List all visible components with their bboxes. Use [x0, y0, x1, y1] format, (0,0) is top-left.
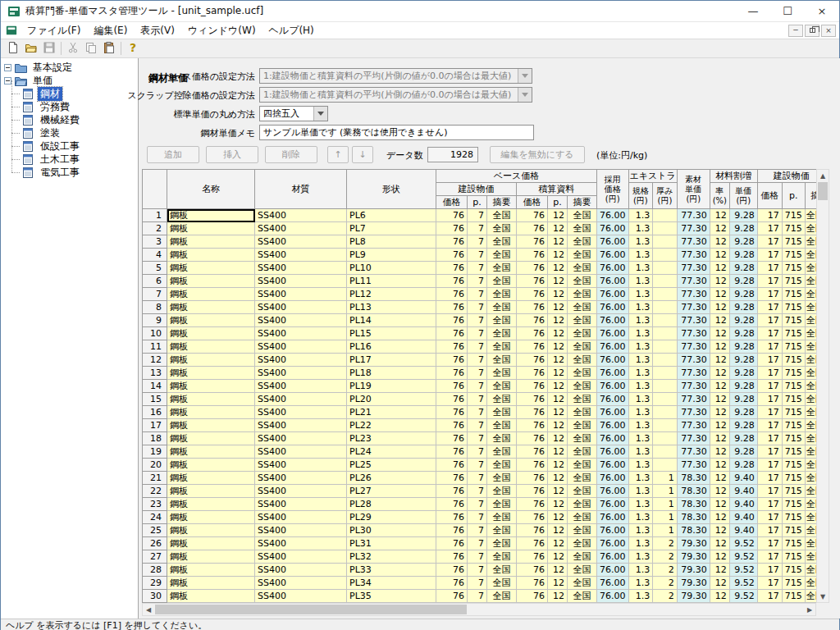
table-cell[interactable]: 12	[548, 327, 568, 340]
col-header-tekiyo-k[interactable]: 摘要	[487, 196, 517, 209]
table-cell[interactable]: 全国	[487, 340, 517, 354]
table-cell[interactable]: 鋼板	[167, 511, 255, 524]
table-cell[interactable]: 鋼板	[167, 380, 255, 393]
table-cell[interactable]: 鋼板	[167, 459, 255, 472]
table-cell[interactable]: 715	[782, 275, 805, 288]
row-header[interactable]: 19	[143, 445, 167, 459]
table-cell[interactable]: PL23	[347, 432, 436, 445]
table-cell[interactable]: 12	[710, 327, 729, 340]
new-file-button[interactable]	[4, 40, 22, 57]
table-cell[interactable]: 全国	[568, 262, 597, 275]
table-cell[interactable]: 鋼板	[167, 288, 255, 301]
table-cell[interactable]: SS400	[255, 498, 347, 511]
table-cell[interactable]: 715	[782, 354, 805, 367]
table-cell[interactable]: 1.3	[628, 235, 653, 249]
table-cell[interactable]: 7	[468, 511, 487, 524]
table-cell[interactable]: 鋼板	[167, 235, 255, 249]
col-header-material-unit-price[interactable]: 素材 単価 (円)	[677, 170, 710, 209]
app-icon[interactable]	[7, 5, 21, 18]
table-cell[interactable]: 12	[710, 222, 729, 235]
table-cell[interactable]: 全国	[568, 275, 597, 288]
table-cell[interactable]: 7	[468, 419, 487, 432]
table-cell[interactable]: 1.3	[628, 262, 653, 275]
table-cell[interactable]: 7	[468, 235, 487, 249]
table-cell[interactable]: 鋼板	[167, 564, 255, 577]
table-cell[interactable]: 76	[517, 340, 548, 354]
table-cell[interactable]: 1.3	[628, 354, 653, 367]
table-cell[interactable]: 76	[517, 511, 548, 524]
table-cell[interactable]: 2	[653, 564, 678, 577]
table-cell[interactable]: 76.00	[597, 393, 629, 406]
table-cell[interactable]: 7	[468, 432, 487, 445]
tree-item-仮設工事[interactable]: 仮設工事	[1, 139, 138, 153]
table-cell[interactable]: 7	[468, 380, 487, 393]
table-cell[interactable]: 7	[468, 590, 487, 603]
table-cell[interactable]: 12	[548, 577, 568, 590]
row-header[interactable]: 13	[143, 367, 167, 380]
table-cell[interactable]: 76	[517, 406, 548, 419]
table-cell[interactable]: 1.3	[628, 445, 653, 459]
table-cell[interactable]: 715	[782, 445, 805, 459]
table-cell[interactable]: 1.3	[628, 550, 653, 564]
table-cell[interactable]: 76.00	[597, 275, 629, 288]
table-cell[interactable]: PL33	[347, 564, 436, 577]
table-cell[interactable]: PL9	[347, 249, 436, 262]
table-cell[interactable]: 全国	[487, 498, 517, 511]
col-header-price-s[interactable]: 価格	[517, 196, 548, 209]
table-cell[interactable]: 9.28	[729, 419, 757, 432]
table-cell[interactable]: 12	[548, 537, 568, 550]
table-cell[interactable]: 715	[782, 314, 805, 327]
table-cell[interactable]: 715	[782, 550, 805, 564]
table-cell[interactable]	[653, 354, 678, 367]
table-cell[interactable]: 1.3	[628, 432, 653, 445]
table-cell[interactable]: SS400	[255, 406, 347, 419]
table-cell[interactable]: 76	[436, 249, 468, 262]
row-header[interactable]: 14	[143, 380, 167, 393]
table-cell[interactable]: 7	[468, 262, 487, 275]
table-cell[interactable]	[653, 419, 678, 432]
row-header[interactable]: 16	[143, 406, 167, 419]
table-cell[interactable]: 715	[782, 432, 805, 445]
table-cell[interactable]: 76	[517, 327, 548, 340]
table-cell[interactable]: 17	[757, 327, 782, 340]
table-cell[interactable]	[653, 275, 678, 288]
table-cell[interactable]: SS400	[255, 537, 347, 550]
table-cell[interactable]: 2	[653, 550, 678, 564]
table-cell[interactable]: 76	[436, 459, 468, 472]
delete-row-button[interactable]: 削除	[265, 146, 317, 163]
table-cell[interactable]: 76.00	[597, 419, 629, 432]
table-cell[interactable]: 76	[436, 235, 468, 249]
table-cell[interactable]: 12	[710, 262, 729, 275]
table-cell[interactable]: 79.30	[677, 537, 710, 550]
row-header[interactable]: 25	[143, 524, 167, 537]
row-header[interactable]: 12	[143, 354, 167, 367]
table-cell[interactable]: 17	[757, 498, 782, 511]
table-cell[interactable]: 1.3	[628, 380, 653, 393]
row-header[interactable]: 23	[143, 498, 167, 511]
col-header-shape[interactable]: 形状	[347, 170, 436, 209]
scrap-method-select[interactable]: 1:建設物価と積算資料の平均(片側の値が0.0の場合は最大値)	[259, 87, 532, 103]
col-header-ritsu[interactable]: 率 (%)	[710, 183, 729, 209]
table-cell[interactable]: 全国	[487, 419, 517, 432]
table-cell[interactable]: 77.30	[677, 354, 710, 367]
table-cell[interactable]: 715	[782, 222, 805, 235]
table-cell[interactable]: 76.00	[597, 432, 629, 445]
vertical-scrollbar[interactable]: ▲ ▼	[816, 169, 829, 603]
table-cell[interactable]: 全国	[487, 511, 517, 524]
menu-item[interactable]: 編集(E)	[87, 22, 134, 39]
table-cell[interactable]: 9.52	[729, 537, 757, 550]
row-header[interactable]: 30	[143, 590, 167, 603]
row-header[interactable]: 26	[143, 537, 167, 550]
row-header[interactable]: 10	[143, 327, 167, 340]
table-cell[interactable]: 76.00	[597, 590, 629, 603]
table-cell[interactable]: 7	[468, 550, 487, 564]
row-header[interactable]: 7	[143, 288, 167, 301]
table-cell[interactable]: 全国	[487, 209, 517, 222]
table-cell[interactable]: 鋼板	[167, 340, 255, 354]
table-cell[interactable]: 鋼板	[167, 537, 255, 550]
table-cell[interactable]: 12	[548, 354, 568, 367]
table-cell[interactable]: 76	[436, 406, 468, 419]
table-cell[interactable]: 12	[548, 235, 568, 249]
table-cell[interactable]: 17	[757, 564, 782, 577]
table-cell[interactable]: 17	[757, 524, 782, 537]
